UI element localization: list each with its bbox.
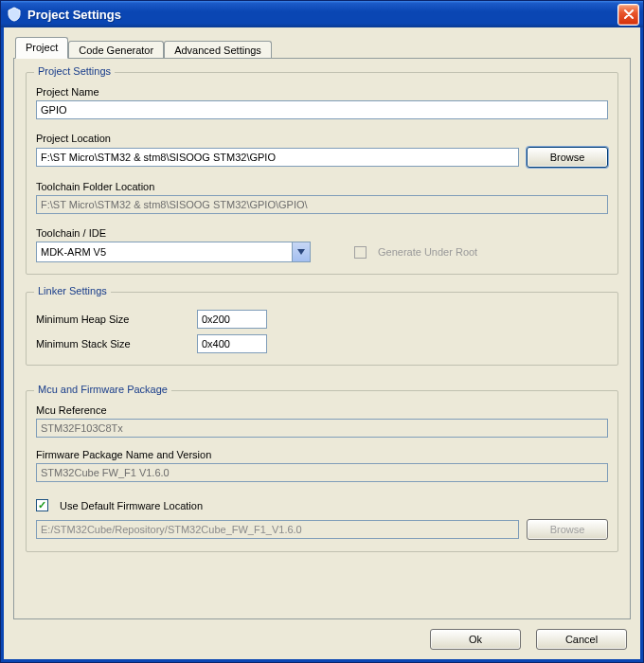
browse-location-button[interactable]: Browse xyxy=(527,147,608,168)
input-min-stack[interactable] xyxy=(197,334,267,353)
ok-button[interactable]: Ok xyxy=(430,629,521,650)
chevron-down-icon xyxy=(292,242,310,261)
group-legend: Project Settings xyxy=(34,65,115,77)
window: Project Settings Project Code Generator … xyxy=(0,0,644,663)
close-button[interactable] xyxy=(617,4,639,26)
window-title: Project Settings xyxy=(27,8,617,22)
group-project-settings: Project Settings Project Name Project Lo… xyxy=(26,72,618,275)
tab-code-generator[interactable]: Code Generator xyxy=(68,41,164,60)
tab-advanced-settings[interactable]: Advanced Settings xyxy=(164,41,272,60)
app-icon xyxy=(7,7,22,22)
input-mcu-reference xyxy=(36,419,608,438)
cancel-button[interactable]: Cancel xyxy=(536,629,627,650)
label-mcu-reference: Mcu Reference xyxy=(36,404,608,416)
titlebar[interactable]: Project Settings xyxy=(1,1,643,27)
label-use-default-firmware: Use Default Firmware Location xyxy=(60,500,203,511)
select-toolchain-ide[interactable]: MDK-ARM V5 xyxy=(36,242,311,262)
checkbox-generate-under-root xyxy=(354,246,367,259)
close-icon xyxy=(624,9,634,19)
input-project-location[interactable] xyxy=(36,148,519,167)
label-min-stack: Minimum Stack Size xyxy=(36,338,197,349)
tab-project[interactable]: Project xyxy=(15,37,68,59)
checkbox-use-default-firmware[interactable] xyxy=(36,499,48,511)
tab-row: Project Code Generator Advanced Settings xyxy=(15,37,631,59)
group-linker-settings: Linker Settings Minimum Heap Size Minimu… xyxy=(26,292,618,366)
input-firmware-path xyxy=(36,520,519,539)
label-generate-under-root: Generate Under Root xyxy=(378,246,477,258)
group-legend: Mcu and Firmware Package xyxy=(34,384,171,395)
label-project-name: Project Name xyxy=(36,86,608,98)
group-legend: Linker Settings xyxy=(34,285,111,296)
input-firmware-package xyxy=(36,463,608,482)
dialog-footer: Ok Cancel xyxy=(13,619,631,650)
select-toolchain-ide-value: MDK-ARM V5 xyxy=(41,246,106,258)
label-firmware-package: Firmware Package Name and Version xyxy=(36,449,608,460)
input-min-heap[interactable] xyxy=(197,310,267,329)
label-toolchain-ide: Toolchain / IDE xyxy=(36,227,608,239)
label-min-heap: Minimum Heap Size xyxy=(36,314,197,325)
label-toolchain-folder: Toolchain Folder Location xyxy=(36,181,608,192)
client-area: Project Code Generator Advanced Settings… xyxy=(1,27,643,662)
tab-panel-project: Project Settings Project Name Project Lo… xyxy=(13,58,631,619)
input-toolchain-folder xyxy=(36,195,608,214)
browse-firmware-button: Browse xyxy=(527,519,608,540)
group-mcu-firmware: Mcu and Firmware Package Mcu Reference F… xyxy=(26,390,618,552)
label-project-location: Project Location xyxy=(36,133,608,144)
input-project-name[interactable] xyxy=(36,100,608,119)
